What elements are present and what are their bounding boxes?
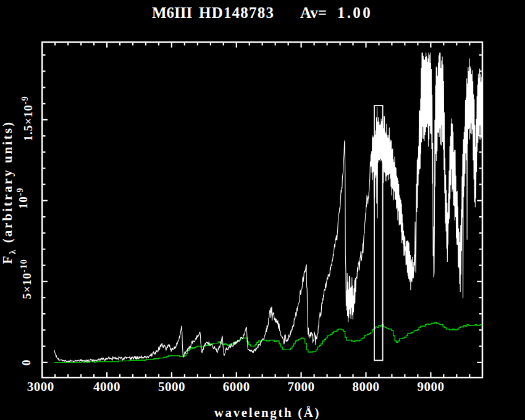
svg-text:Fλ (arbitrary units): Fλ (arbitrary units) [0,120,17,264]
svg-text:5000: 5000 [158,379,185,394]
svg-text:wavelength (Å): wavelength (Å) [214,405,321,420]
svg-text:8000: 8000 [353,379,380,394]
svg-text:HD148783: HD148783 [199,4,274,21]
svg-text:9000: 9000 [417,379,444,394]
svg-text:7000: 7000 [288,379,315,394]
svg-text:Av=: Av= [300,4,327,21]
svg-text:4000: 4000 [93,379,120,394]
svg-text:1.00: 1.00 [337,4,372,21]
svg-text:6000: 6000 [223,379,250,394]
svg-text:M6III: M6III [152,4,192,21]
svg-text:0: 0 [20,359,33,366]
svg-text:3000: 3000 [27,379,54,394]
